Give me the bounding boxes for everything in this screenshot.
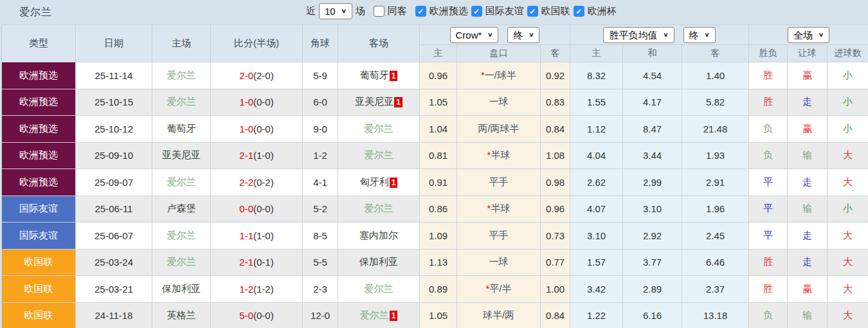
home-team-cell: 英格兰 <box>152 302 211 328</box>
score-cell: 2-1(0-1) <box>211 249 303 276</box>
bookmaker-select[interactable]: Crow* ∨ <box>450 27 499 43</box>
half-score: (0-0) <box>253 96 274 107</box>
half-score: (0-1) <box>253 257 274 268</box>
chevron-down-icon: ∨ <box>818 30 824 40</box>
handicap-cell: *半球 <box>457 196 541 223</box>
rank-badge: 1 <box>390 311 398 321</box>
wdl-result-cell: 负 <box>749 116 788 143</box>
half-score: (0-0) <box>253 123 274 134</box>
full-score: 1-1 <box>239 230 253 241</box>
home-team-cell: 葡萄牙 <box>152 116 211 143</box>
wdl-result-cell: 平 <box>749 223 788 250</box>
avg-away-odds-cell: 1.96 <box>682 196 749 223</box>
handicap-cell: 一球 <box>457 249 541 276</box>
corners-cell: 2-3 <box>303 276 338 303</box>
wdl-result-cell: 胜 <box>749 249 788 276</box>
full-score: 1-2 <box>239 284 253 295</box>
full-score: 1-0 <box>239 96 253 107</box>
match-type-cell: 欧洲预选 <box>2 89 76 116</box>
home-team-cell: 爱尔兰 <box>152 62 211 89</box>
score-cell: 1-0(0-0) <box>211 89 303 116</box>
score-cell: 2-0(2-0) <box>211 62 303 89</box>
team-name: 爱尔兰 <box>167 176 196 187</box>
team-name: 爱尔兰 <box>167 230 196 241</box>
handicap-result-cell: 赢 <box>788 62 827 89</box>
home-team-cell: 卢森堡 <box>152 196 211 223</box>
away-team-cell: 葡萄牙1 <box>338 62 420 89</box>
match-row: 欧洲预选25-11-14爱尔兰2-0(2-0)5-9葡萄牙10.96*一/球半0… <box>2 62 868 89</box>
avg-away-odds-cell: 2.45 <box>682 223 749 250</box>
filter-checkbox[interactable]: ✓ <box>415 6 426 17</box>
team-name: 塞内加尔 <box>359 230 398 241</box>
match-type-cell: 欧洲预选 <box>2 169 76 196</box>
handicap-star: * <box>487 203 491 214</box>
filter-checkbox[interactable]: ✓ <box>574 6 584 17</box>
rank-badge: 1 <box>390 71 398 81</box>
goals-result-cell: 小 <box>827 62 868 89</box>
goals-result-cell: 大 <box>827 249 868 276</box>
match-table-body: 欧洲预选25-11-14爱尔兰2-0(2-0)5-9葡萄牙10.96*一/球半0… <box>2 62 868 328</box>
odds-type-select[interactable]: 胜平负均值 ∨ <box>603 27 674 43</box>
home-team-cell: 爱尔兰 <box>152 223 211 250</box>
odds-time-select[interactable]: 终 ∨ <box>683 27 716 43</box>
handicap-time-select[interactable]: 终 ∨ <box>507 27 539 43</box>
filter-checkbox[interactable]: ✓ <box>471 6 482 17</box>
rank-badge: 1 <box>390 178 398 188</box>
away-team-cell: 保加利亚 <box>338 249 420 276</box>
avg-home-odds-cell: 8.32 <box>570 62 623 89</box>
avg-draw-odds-cell: 2.99 <box>623 169 682 196</box>
corners-cell: 1-2 <box>303 142 338 169</box>
goals-result-cell: 小 <box>827 89 868 116</box>
avg-away-odds-cell: 1.40 <box>682 62 749 89</box>
half-score: (0-0) <box>253 203 274 214</box>
same-away-checkbox[interactable] <box>374 6 384 17</box>
match-type-cell: 欧国联 <box>2 302 76 328</box>
goals-result-cell: 大 <box>827 142 868 169</box>
result-group-header: 全场 ∨ <box>749 25 868 45</box>
avg-home-odds-cell: 3.42 <box>570 276 623 303</box>
ah-away-odds-cell: 0.84 <box>541 302 570 328</box>
match-type-cell: 国际友谊 <box>2 196 76 223</box>
avg-draw-odds-cell: 6.16 <box>623 302 682 328</box>
away-team-cell: 塞内加尔 <box>338 223 420 250</box>
avg-away-odds-cell: 5.82 <box>682 89 749 116</box>
scope-select-value: 全场 <box>793 29 813 41</box>
half-score: (1-0) <box>253 230 274 241</box>
team-name: 爱尔兰 <box>365 123 393 134</box>
recent-count-select[interactable]: 10 ∨ <box>319 3 352 19</box>
match-date-cell: 25-03-24 <box>76 249 152 276</box>
filter-checkbox[interactable]: ✓ <box>527 6 538 17</box>
corners-cell: 4-1 <box>303 169 338 196</box>
handicap-cell: *一/球半 <box>457 62 541 89</box>
avg-away-odds-cell: 2.37 <box>682 276 749 303</box>
avg-home-odds-cell: 3.10 <box>570 223 623 250</box>
odds-time-select-value: 终 <box>689 29 699 41</box>
wdl-result-cell: 平 <box>749 169 788 196</box>
ah-away-odds-cell: 0.92 <box>541 62 570 89</box>
full-score: 2-0 <box>239 70 253 81</box>
avg-draw-odds-cell: 2.89 <box>623 276 682 303</box>
avg-away-odds-cell: 6.46 <box>682 249 749 276</box>
subcol-avg-home: 主 <box>570 45 623 62</box>
ah-home-odds-cell: 0.86 <box>420 196 457 223</box>
avg-away-odds-cell: 21.48 <box>682 116 749 143</box>
handicap-cell: *半球 <box>457 142 541 169</box>
ah-away-odds-cell: 0.96 <box>541 196 570 223</box>
subcol-ah-home: 主 <box>420 45 457 62</box>
header-group-row: 类型 日期 主场 比分(半场) 角球 客场 Crow* ∨ 终 ∨ <box>2 25 868 45</box>
ah-home-odds-cell: 0.91 <box>420 169 457 196</box>
avg-draw-odds-cell: 4.54 <box>623 62 682 89</box>
team-name: 亚美尼亚 <box>355 96 393 107</box>
team-name: 卢森堡 <box>167 203 196 214</box>
ah-home-odds-cell: 1.05 <box>420 89 457 116</box>
match-date-cell: 24-11-18 <box>76 302 152 328</box>
match-date-cell: 25-10-12 <box>76 116 152 143</box>
scope-select[interactable]: 全场 ∨ <box>788 27 829 43</box>
score-cell: 0-0(0-0) <box>211 196 303 223</box>
rank-badge: 1 <box>394 97 402 107</box>
home-team-cell: 保加利亚 <box>152 276 211 303</box>
chevron-down-icon: ∨ <box>705 30 710 40</box>
avg-home-odds-cell: 1.57 <box>570 249 623 276</box>
handicap-star: * <box>481 69 485 80</box>
team-name: 亚美尼亚 <box>162 149 201 160</box>
